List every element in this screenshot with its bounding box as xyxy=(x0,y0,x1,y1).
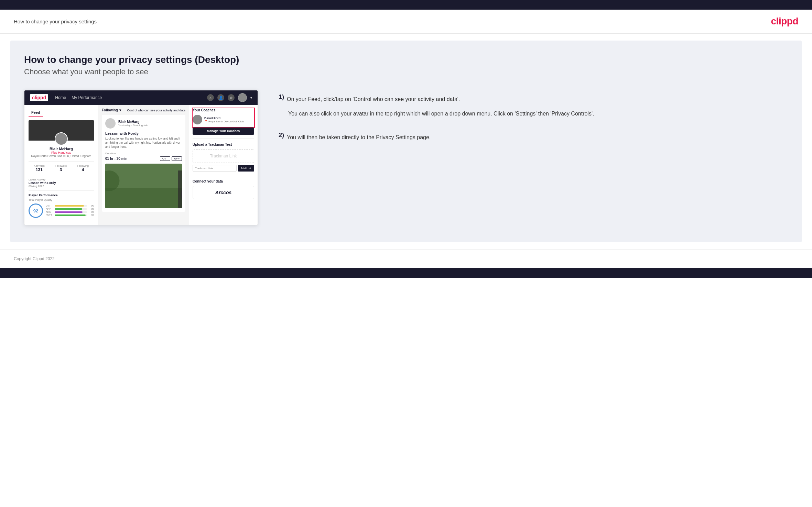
feed-avatar xyxy=(105,118,116,129)
latest-name: Lesson with Fordy xyxy=(29,181,94,185)
feed-tags: OTT APP xyxy=(160,156,182,161)
trackman-add-button[interactable]: Add Link xyxy=(238,165,254,172)
feed-lesson-title: Lesson with Fordy xyxy=(105,131,182,135)
quality-row: 92 OTT 90 APP 85 xyxy=(29,203,94,218)
stat-following: Following 4 xyxy=(77,164,89,172)
user-name: Blair McHarg xyxy=(29,147,94,151)
following-label: Following xyxy=(77,164,89,167)
step2-row: 2) You will then be taken directly to th… xyxy=(279,132,788,142)
location-icon: 📍 xyxy=(204,120,208,123)
user-info: Blair McHarg Plus Handicap Royal North D… xyxy=(29,147,94,162)
trackman-input[interactable] xyxy=(193,165,237,172)
feed-duration-row: 01 hr : 30 min OTT APP xyxy=(105,156,182,161)
followers-value: 3 xyxy=(55,167,67,172)
instructions: 1) On your Feed, click/tap on 'Control w… xyxy=(272,90,788,156)
copyright: Copyright Clippd 2022 xyxy=(14,256,55,261)
step1-text: On your Feed, click/tap on 'Control who … xyxy=(287,95,460,104)
trackman-section: Upload a Trackman Test Trackman Link Add… xyxy=(193,143,254,175)
quality-score: 92 xyxy=(29,203,43,218)
manage-coaches-button[interactable]: Manage Your Coaches xyxy=(193,127,254,135)
app-nav-logo: clippd xyxy=(30,94,48,101)
user-avatar[interactable] xyxy=(238,93,247,102)
feed-duration-value: 01 hr : 30 min xyxy=(105,157,127,161)
latest-activity: Latest Activity Lesson with Fordy 03 Aug… xyxy=(29,175,94,191)
avatar-chevron: ▾ xyxy=(250,96,252,100)
feed-image-svg xyxy=(105,164,182,208)
sidebar-avatar xyxy=(55,132,68,145)
bar-ott: OTT 90 xyxy=(46,205,94,207)
demo-area: clippd Home My Performance ⌕ 👤 ⊕ ▾ Feed xyxy=(24,90,788,225)
following-label: Following xyxy=(102,108,118,112)
user-icon[interactable]: 👤 xyxy=(217,94,224,101)
feed-duration-label: Duration xyxy=(105,152,182,155)
step2-text: You will then be taken directly to the P… xyxy=(287,133,431,142)
app-screenshot: clippd Home My Performance ⌕ 👤 ⊕ ▾ Feed xyxy=(24,90,258,225)
latest-label: Latest Activity xyxy=(29,178,94,181)
feed-lesson-desc: Looking to feel like my hands are exitin… xyxy=(105,137,182,149)
feed-image xyxy=(105,164,182,208)
app-feed: Following ▾ Control who can see your act… xyxy=(98,105,189,225)
footer: Copyright Clippd 2022 xyxy=(0,249,812,268)
activities-value: 131 xyxy=(34,167,45,172)
stat-activities: Activities 131 xyxy=(34,164,45,172)
svg-rect-1 xyxy=(105,188,182,208)
search-icon[interactable]: ⌕ xyxy=(207,94,214,101)
main-content: How to change your privacy settings (Des… xyxy=(10,41,802,242)
following-chevron: ▾ xyxy=(119,108,121,112)
feed-card: Blair McHarg Yesterday · Sunningdale Les… xyxy=(102,115,185,212)
nav-link-performance: My Performance xyxy=(72,95,102,100)
step1-extra: You can also click on your avatar in the… xyxy=(279,109,788,118)
coach-club: 📍 Royal North Devon Golf Club xyxy=(204,120,244,123)
coach-details: David Ford 📍 Royal North Devon Golf Club xyxy=(204,117,244,123)
logo: clippd xyxy=(771,16,798,27)
quality-label: Total Player Quality xyxy=(29,198,94,201)
step-1: 1) On your Feed, click/tap on 'Control w… xyxy=(279,93,788,118)
header-title: How to change your privacy settings xyxy=(14,19,97,24)
coach-avatar xyxy=(193,115,202,124)
trackman-link-box: Trackman Link xyxy=(193,149,254,163)
latest-date: 03 Aug 2022 xyxy=(29,185,94,188)
feed-image-container xyxy=(105,164,182,208)
feed-user-info: Blair McHarg Yesterday · Sunningdale xyxy=(118,120,148,127)
coaches-title: Your Coaches xyxy=(193,108,254,112)
feed-tab: Feed xyxy=(29,109,43,117)
page-subheading: Choose what you want people to see xyxy=(24,67,788,76)
bar-arg: ARG 86 xyxy=(46,211,94,213)
followers-label: Followers xyxy=(55,164,67,167)
globe-icon[interactable]: ⊕ xyxy=(228,94,235,101)
connect-section: Connect your data Arccos xyxy=(193,179,254,199)
app-right-sidebar: Your Coaches David Ford 📍 Royal North De… xyxy=(189,105,258,225)
step2-num: 2) xyxy=(279,132,284,142)
app-nav-links: Home My Performance xyxy=(55,95,102,100)
bar-putt: PUTT 96 xyxy=(46,214,94,216)
app-body: Feed Blair McHarg Plus Handicap Royal No… xyxy=(24,105,258,225)
bottom-bar xyxy=(0,268,812,278)
coach-club-name: Royal North Devon Golf Club xyxy=(208,120,244,123)
connect-title: Connect your data xyxy=(193,179,254,183)
following-button[interactable]: Following ▾ xyxy=(102,108,121,112)
user-card xyxy=(29,120,94,141)
arccos-box: Arccos xyxy=(193,186,254,199)
feed-user-location: Yesterday · Sunningdale xyxy=(118,124,148,127)
bar-app: APP 85 xyxy=(46,208,94,210)
tag-ott: OTT xyxy=(160,156,170,161)
step1-row: 1) On your Feed, click/tap on 'Control w… xyxy=(279,93,788,104)
user-club: Royal North Devon Golf Club, United King… xyxy=(29,154,94,158)
following-bar: Following ▾ Control who can see your act… xyxy=(102,108,185,112)
perf-title: Player Performance xyxy=(29,194,94,197)
header: How to change your privacy settings clip… xyxy=(0,10,812,34)
quality-bars: OTT 90 APP 85 ARG xyxy=(46,205,94,217)
page-heading: How to change your privacy settings (Des… xyxy=(24,54,788,65)
user-membership: Plus Handicap xyxy=(29,151,94,154)
top-bar xyxy=(0,0,812,10)
player-performance: Player Performance Total Player Quality … xyxy=(29,191,94,221)
control-link[interactable]: Control who can see your activity and da… xyxy=(127,109,185,112)
step1-num: 1) xyxy=(279,93,284,104)
user-banner xyxy=(29,120,94,141)
coach-name: David Ford xyxy=(204,117,244,120)
app-sidebar: Feed Blair McHarg Plus Handicap Royal No… xyxy=(24,105,98,225)
coach-item: David Ford 📍 Royal North Devon Golf Club xyxy=(193,115,254,124)
following-value: 4 xyxy=(77,167,89,172)
arccos-logo: Arccos xyxy=(196,190,250,195)
feed-user-name: Blair McHarg xyxy=(118,120,148,124)
